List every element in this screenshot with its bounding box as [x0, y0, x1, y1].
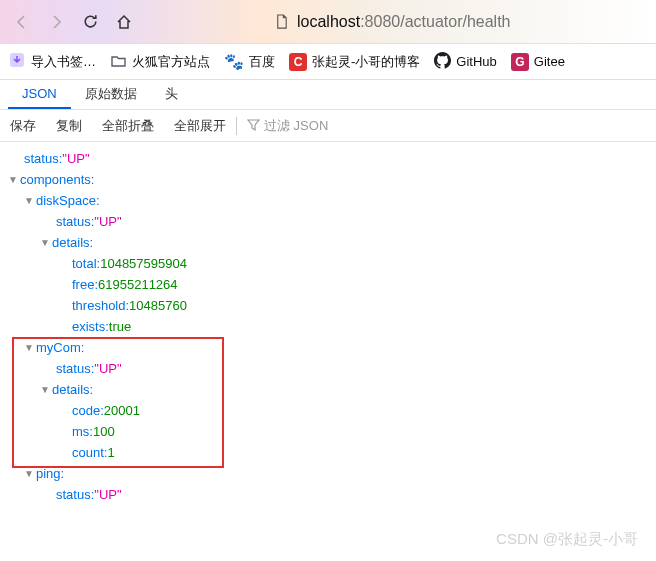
json-viewer: status: "UP" ▼components: ▼diskSpace: st… [0, 142, 656, 511]
folder-icon [110, 52, 127, 72]
twisty-icon[interactable]: ▼ [24, 337, 36, 358]
v-disk-status: "UP" [94, 211, 121, 232]
baidu-icon: 🐾 [224, 52, 244, 71]
gitee-icon: G [511, 53, 529, 71]
forward-button[interactable] [42, 8, 70, 36]
refresh-button[interactable] [76, 8, 104, 36]
collapse-all-button[interactable]: 全部折叠 [92, 110, 164, 142]
blog-label: 张起灵-小哥的博客 [312, 53, 420, 71]
v-free: 61955211264 [98, 274, 178, 295]
baidu-label: 百度 [249, 53, 275, 71]
url-path: /actuator/health [400, 13, 510, 30]
k-exists[interactable]: exists: [72, 316, 109, 337]
watermark: CSDN @张起灵-小哥 [496, 530, 638, 549]
blog-link[interactable]: C 张起灵-小哥的博客 [289, 53, 420, 71]
filter-icon [247, 118, 260, 134]
url-port: :8080 [360, 13, 400, 30]
k-code[interactable]: code: [72, 400, 104, 421]
k-status[interactable]: status: [24, 148, 62, 169]
copy-button[interactable]: 复制 [46, 110, 92, 142]
v-threshold: 10485760 [129, 295, 187, 316]
filter-input[interactable]: 过滤 JSON [237, 117, 338, 135]
firefox-site-label: 火狐官方站点 [132, 53, 210, 71]
k-mycom[interactable]: myCom: [36, 337, 84, 358]
save-button[interactable]: 保存 [0, 110, 46, 142]
k-mycom-details[interactable]: details: [52, 379, 93, 400]
k-threshold[interactable]: threshold: [72, 295, 129, 316]
v-code: 20001 [104, 400, 140, 421]
home-button[interactable] [110, 8, 138, 36]
baidu-link[interactable]: 🐾 百度 [224, 52, 275, 71]
twisty-icon[interactable]: ▼ [40, 232, 52, 253]
github-icon [434, 52, 451, 72]
expand-all-button[interactable]: 全部展开 [164, 110, 236, 142]
v-mycom-status: "UP" [94, 358, 121, 379]
v-count: 1 [107, 442, 114, 463]
back-button[interactable] [8, 8, 36, 36]
k-ping-status[interactable]: status: [56, 484, 94, 505]
import-bookmarks[interactable]: 导入书签… [8, 51, 96, 72]
k-total[interactable]: total: [72, 253, 100, 274]
v-ms: 100 [93, 421, 115, 442]
v-ping-status: "UP" [94, 484, 121, 505]
csdn-icon: C [289, 53, 307, 71]
twisty-icon[interactable]: ▼ [24, 463, 36, 484]
gitee-label: Gitee [534, 54, 565, 69]
v-status: "UP" [62, 148, 89, 169]
twisty-icon[interactable]: ▼ [24, 190, 36, 211]
k-free[interactable]: free: [72, 274, 98, 295]
devtools-tabs: JSON 原始数据 头 [0, 80, 656, 110]
firefox-site[interactable]: 火狐官方站点 [110, 52, 210, 72]
k-count[interactable]: count: [72, 442, 107, 463]
browser-topbar: localhost:8080/actuator/health [0, 0, 656, 44]
import-icon [8, 51, 26, 72]
tab-headers[interactable]: 头 [151, 79, 192, 109]
tab-json[interactable]: JSON [8, 80, 71, 109]
k-disk-details[interactable]: details: [52, 232, 93, 253]
k-ping[interactable]: ping: [36, 463, 64, 484]
k-ms[interactable]: ms: [72, 421, 93, 442]
gitee-link[interactable]: G Gitee [511, 53, 565, 71]
v-exists: true [109, 316, 131, 337]
twisty-icon[interactable]: ▼ [40, 379, 52, 400]
twisty-icon[interactable]: ▼ [8, 169, 20, 190]
k-components[interactable]: components: [20, 169, 94, 190]
url-host: localhost [297, 13, 360, 30]
v-total: 104857595904 [100, 253, 187, 274]
tab-raw[interactable]: 原始数据 [71, 79, 151, 109]
k-disk-status[interactable]: status: [56, 211, 94, 232]
k-mycom-status[interactable]: status: [56, 358, 94, 379]
file-icon [274, 14, 289, 29]
github-label: GitHub [456, 54, 496, 69]
filter-placeholder: 过滤 JSON [264, 117, 328, 135]
json-toolbar: 保存 复制 全部折叠 全部展开 过滤 JSON [0, 110, 656, 142]
bookmarks-bar: 导入书签… 火狐官方站点 🐾 百度 C 张起灵-小哥的博客 GitHub G G… [0, 44, 656, 80]
url-bar[interactable]: localhost:8080/actuator/health [274, 13, 648, 31]
github-link[interactable]: GitHub [434, 52, 496, 72]
import-bookmarks-label: 导入书签… [31, 53, 96, 71]
k-diskspace[interactable]: diskSpace: [36, 190, 100, 211]
